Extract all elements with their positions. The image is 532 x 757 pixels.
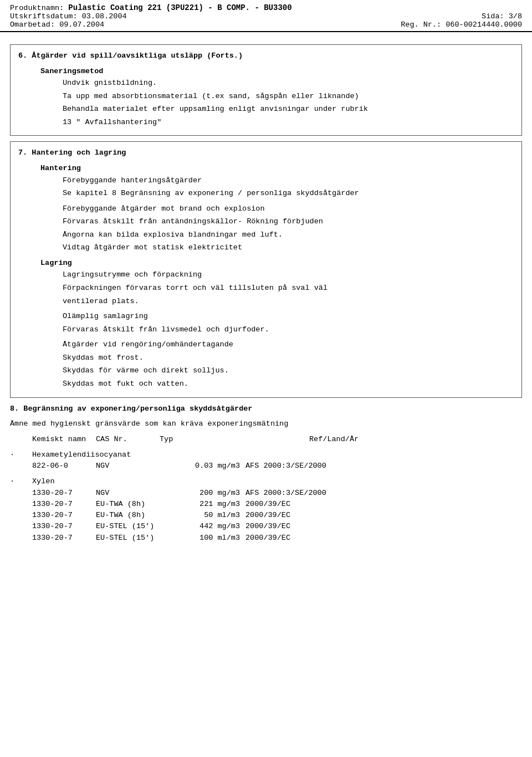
section6-text2: Ta upp med absorbtionsmaterial (t.ex san… bbox=[63, 91, 514, 102]
chemical-1-entry-0: 822-06-0 NGV 0.03 mg/m3 AFS 2000:3/SE/20… bbox=[10, 461, 522, 472]
header-omarbetad: Omarbetad: 09.07.2004 bbox=[10, 21, 104, 29]
col-header-typ: Typ bbox=[160, 434, 237, 445]
section7-heading: 7. Hantering och lagring bbox=[18, 147, 514, 158]
section7-brand-heading: Förebyggande åtgärder mot brand och expl… bbox=[63, 203, 514, 214]
chemical-1-name-row: · Hexametylendiisocyanat bbox=[10, 449, 522, 461]
header: Produktnamn: Pulastic Coating 221 (3PU22… bbox=[0, 0, 532, 32]
section7-lagring-text: Förpackningen förvaras torrt och väl til… bbox=[63, 283, 514, 294]
chemical-2-entry-4: 1330-20-7 EU-STEL (15') 100 ml/m3 2000/3… bbox=[10, 533, 522, 544]
header-utskrift: Utskriftsdatum: 03.08.2004 bbox=[10, 12, 127, 21]
section7-atgarder-line1: Skyddas mot frost. bbox=[63, 352, 514, 364]
chemical-2-entry-0: 1330-20-7 NGV 200 mg/m3 AFS 2000:3/SE/20… bbox=[10, 488, 522, 499]
section7-fore-text: Se kapitel 8 Begränsning av exponering /… bbox=[63, 188, 514, 199]
chemical-2: · Xylen 1330-20-7 NGV 200 mg/m3 AFS 2000… bbox=[10, 476, 522, 544]
chemical-2-name-row: · Xylen bbox=[10, 476, 522, 487]
section7-atgarder-heading: Åtgärder vid rengöring/omhändertagande bbox=[63, 339, 514, 350]
header-page: Sida: 3/8 bbox=[482, 12, 522, 21]
section7-brand-line3: Vidtag åtgärder mot statisk elektricitet bbox=[63, 242, 514, 253]
section7-lagring: Lagring bbox=[40, 258, 514, 269]
chem2-val-0: 200 mg/m3 bbox=[173, 488, 245, 499]
chem2-typ-2: EU-TWA (8h) bbox=[96, 510, 173, 521]
chem2-val-2: 50 ml/m3 bbox=[173, 510, 245, 521]
chem2-typ-3: EU-STEL (15') bbox=[96, 521, 173, 532]
section8-col-headers: Kemiskt namn CAS Nr. Typ Ref/Land/År bbox=[10, 434, 522, 445]
chem2-cas-0: 1330-20-7 bbox=[32, 488, 96, 499]
section7-atgarder-line2: Skyddas för värme och direkt solljus. bbox=[63, 365, 514, 376]
chem2-typ-0: NGV bbox=[96, 488, 173, 499]
chem1-ref-0: AFS 2000:3/SE/2000 bbox=[245, 461, 522, 472]
chem2-cas-2: 1330-20-7 bbox=[32, 510, 96, 521]
bullet-1: · bbox=[10, 449, 32, 461]
col-header-ref: Ref/Land/År bbox=[309, 434, 522, 445]
section7-lagring-text2: ventilerad plats. bbox=[63, 296, 514, 307]
chemical-2-entry-3: 1330-20-7 EU-STEL (15') 442 mg/m3 2000/3… bbox=[10, 521, 522, 532]
section7-hantering: Hantering bbox=[40, 163, 514, 174]
chem2-ref-0: AFS 2000:3/SE/2000 bbox=[245, 488, 522, 499]
chem1-val-0: 0.03 mg/m3 bbox=[173, 461, 245, 472]
chem1-typ-0: NGV bbox=[96, 461, 173, 472]
section6-text4: 13 " Avfallshantering" bbox=[63, 117, 514, 128]
chemical-1: · Hexametylendiisocyanat 822-06-0 NGV 0.… bbox=[10, 449, 522, 472]
chem2-ref-4: 2000/39/EC bbox=[245, 533, 522, 544]
col-header-cas: CAS Nr. bbox=[96, 434, 160, 445]
chem2-cas-4: 1330-20-7 bbox=[32, 533, 96, 544]
chemical-2-entry-2: 1330-20-7 EU-TWA (8h) 50 ml/m3 2000/39/E… bbox=[10, 510, 522, 521]
chemical-2-name: Xylen bbox=[32, 476, 522, 487]
chem2-ref-1: 2000/39/EC bbox=[245, 499, 522, 510]
section7-lagring-heading: Lagringsutrymme och förpackning bbox=[63, 269, 514, 280]
section6-text3: Behandla materialet efter uppsamling enl… bbox=[63, 104, 514, 115]
chem2-cas-3: 1330-20-7 bbox=[32, 521, 96, 532]
chem1-cas-0: 822-06-0 bbox=[32, 461, 96, 472]
section7-olamplig-heading: Olämplig samlagring bbox=[63, 311, 514, 322]
section7-olamplig-text: Förvaras åtskilt från livsmedel och djur… bbox=[63, 324, 514, 335]
section7-brand-line2: Ångorna kan bilda explosiva blandningar … bbox=[63, 229, 514, 241]
section7-atgarder-line3: Skyddas mot fukt och vatten. bbox=[63, 378, 514, 390]
chem2-typ-1: EU-TWA (8h) bbox=[96, 499, 173, 510]
section-6: 6. Åtgärder vid spill/oavsiktliga utsläp… bbox=[10, 44, 522, 136]
chem2-ref-2: 2000/39/EC bbox=[245, 510, 522, 521]
col-header-kemiskt: Kemiskt namn bbox=[32, 434, 96, 445]
section8-table: Ämne med hygienskt gränsvärde som kan kr… bbox=[10, 418, 522, 544]
section7-fore-heading: Förebyggande hanteringsåtgärder bbox=[63, 175, 514, 186]
bullet-2: · bbox=[10, 476, 32, 487]
chem2-ref-3: 2000/39/EC bbox=[245, 521, 522, 532]
col-header-val bbox=[237, 434, 309, 445]
chem2-typ-4: EU-STEL (15') bbox=[96, 533, 173, 544]
section6-saneringsmetod: Saneringsmetod bbox=[40, 66, 514, 77]
section8-heading: 8. Begränsning av exponering/personliga … bbox=[10, 403, 522, 415]
section6-text1: Undvik gnistbildning. bbox=[63, 78, 514, 89]
chem2-val-3: 442 mg/m3 bbox=[173, 521, 245, 532]
section8-intro: Ämne med hygienskt gränsvärde som kan kr… bbox=[10, 418, 522, 429]
section6-heading: 6. Åtgärder vid spill/oavsiktliga utsläp… bbox=[18, 50, 514, 62]
page: Produktnamn: Pulastic Coating 221 (3PU22… bbox=[0, 0, 532, 757]
chemical-2-entry-1: 1330-20-7 EU-TWA (8h) 221 mg/m3 2000/39/… bbox=[10, 499, 522, 510]
chem2-cas-1: 1330-20-7 bbox=[32, 499, 96, 510]
header-produktnamn-label: Produktnamn: Pulastic Coating 221 (3PU22… bbox=[10, 3, 292, 12]
chemical-1-name: Hexametylendiisocyanat bbox=[32, 449, 522, 461]
section-8: 8. Begränsning av exponering/personliga … bbox=[10, 403, 522, 544]
chem2-val-1: 221 mg/m3 bbox=[173, 499, 245, 510]
section7-brand-line1: Förvaras åtskilt från antändningskällor-… bbox=[63, 216, 514, 227]
section-7: 7. Hantering och lagring Hantering Föreb… bbox=[10, 141, 522, 397]
content: 6. Åtgärder vid spill/oavsiktliga utsläp… bbox=[0, 32, 532, 550]
chem2-val-4: 100 ml/m3 bbox=[173, 533, 245, 544]
header-reg: Reg. Nr.: 060-00214440.0000 bbox=[401, 21, 522, 29]
